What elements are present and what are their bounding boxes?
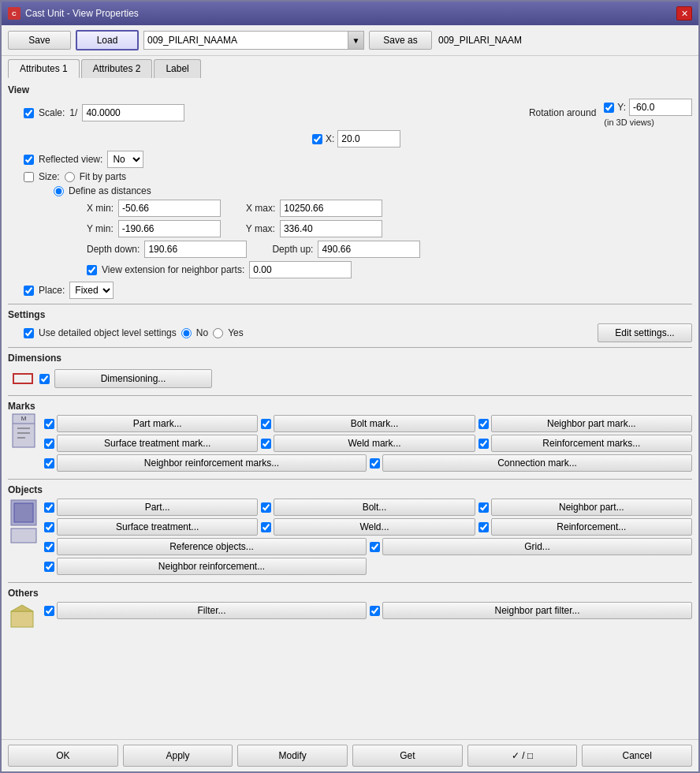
neighbor-part-filter-button[interactable]: Neighbor part filter... [382,602,692,619]
part-mark-button[interactable]: Part mark... [57,415,258,432]
reflected-checkbox[interactable] [24,155,34,165]
marks-content: M Part mark... [8,415,692,474]
weld-obj-button[interactable]: Weld... [274,518,475,536]
neighbor-part-col: Neighbor part... [478,499,692,516]
rotation-x-checkbox[interactable] [312,134,322,144]
neighbor-reinforcement-checkbox[interactable] [44,458,54,469]
reinforcement-marks-button[interactable]: Reinforcement marks... [491,435,692,452]
surface-treatment-obj-checkbox[interactable] [44,522,54,532]
tab-attributes1[interactable]: Attributes 1 [8,59,80,78]
place-select[interactable]: Fixed Free [69,282,114,299]
bottom-bar: OK Apply Modify Get ✓ / □ Cancel [2,739,698,771]
reference-objects-col: Reference objects... [44,538,367,555]
scale-row: Scale: 1/ Rotation around Y: (in 3D view… [24,99,692,127]
neighbor-reinforcement-button[interactable]: Neighbor reinforcement marks... [57,454,367,472]
neighbor-reinforcement-obj-checkbox[interactable] [44,562,54,572]
reference-objects-checkbox[interactable] [44,542,54,552]
bolt-mark-button[interactable]: Bolt mark... [274,415,475,432]
grid-button[interactable]: Grid... [382,538,692,555]
xmax-label: X max: [246,203,275,214]
reinforcement-obj-checkbox[interactable] [478,522,489,532]
part-button[interactable]: Part... [57,499,258,516]
rotation-detail-row: X: [24,130,692,148]
surface-treatment-mark-checkbox[interactable] [44,439,54,449]
place-label: Place: [39,285,65,296]
get-button[interactable]: Get [352,745,463,767]
use-detailed-checkbox[interactable] [24,328,34,338]
window-title: Cast Unit - View Properties [25,8,139,19]
part-mark-checkbox[interactable] [44,419,54,429]
neighbor-part-mark-col: Neighbor part mark... [478,415,692,432]
tab-attributes2[interactable]: Attributes 2 [81,59,153,78]
size-checkbox[interactable] [24,172,34,182]
neighbor-part-filter-checkbox[interactable] [370,606,380,616]
define-distances-radio[interactable] [54,186,64,196]
weld-mark-button[interactable]: Weld mark... [274,435,475,452]
grid-checkbox[interactable] [370,542,380,552]
cancel-button[interactable]: Cancel [582,745,692,767]
bolt-mark-checkbox[interactable] [261,419,271,429]
neighbor-part-checkbox[interactable] [478,502,489,513]
y-input[interactable] [629,99,692,116]
fit-by-parts-radio[interactable] [65,172,75,182]
apply-button[interactable]: Apply [123,745,233,767]
rotation-y-checkbox[interactable] [604,103,614,113]
no-label: No [196,327,208,338]
reference-objects-button[interactable]: Reference objects... [57,538,367,555]
combo-arrow-icon[interactable]: ▼ [348,31,364,50]
place-checkbox[interactable] [24,286,34,296]
depth-down-input[interactable] [144,241,247,258]
dimensioning-checkbox[interactable] [39,374,50,384]
settings-section: Settings Use detailed object level setti… [8,309,692,342]
xmax-input[interactable] [280,200,382,217]
ymin-label: Y min: [87,223,114,234]
no-radio[interactable] [181,328,192,338]
scale-input[interactable] [82,104,184,121]
load-button[interactable]: Load [76,30,139,50]
x-input[interactable] [337,130,400,148]
close-button[interactable]: ✕ [676,6,692,21]
saveas-button[interactable]: Save as [369,31,432,50]
rotation-group: Y: (in 3D views) [604,99,692,127]
filter-button[interactable]: Filter... [57,602,367,619]
ymax-input[interactable] [280,220,382,237]
dimensioning-button[interactable]: Dimensioning... [54,369,212,388]
yes-radio[interactable] [213,328,223,338]
use-detailed-label: Use detailed object level settings [39,327,177,338]
ymin-input[interactable] [118,220,221,237]
others-content: Filter... Neighbor part filter... [8,602,692,633]
bolt-checkbox[interactable] [261,502,271,513]
view-extension-input[interactable] [249,261,352,278]
neighbor-part-mark-button[interactable]: Neighbor part mark... [491,415,692,432]
filter-checkbox[interactable] [44,606,54,616]
ok-button[interactable]: OK [8,745,118,767]
weld-mark-checkbox[interactable] [261,439,271,449]
surface-treatment-obj-button[interactable]: Surface treatment... [57,518,258,536]
depth-up-input[interactable] [318,241,420,258]
size-row: Size: Fit by parts [24,171,692,182]
tab-label[interactable]: Label [154,59,200,78]
neighbor-part-button[interactable]: Neighbor part... [491,499,692,516]
reflected-select[interactable]: No Yes [107,151,143,168]
reinforcement-marks-col: Reinforcement marks... [478,435,692,452]
scale-checkbox[interactable] [24,108,34,118]
profile-input[interactable] [143,31,348,50]
modify-button[interactable]: Modify [237,745,348,767]
connection-mark-button[interactable]: Connection mark... [382,454,692,472]
checkmark-button[interactable]: ✓ / □ [467,745,578,767]
part-col: Part... [44,499,258,516]
view-extension-checkbox[interactable] [87,265,97,275]
xmin-input[interactable] [118,200,221,217]
weld-obj-checkbox[interactable] [261,522,271,532]
objects-label: Objects [8,484,692,495]
connection-mark-checkbox[interactable] [370,458,380,469]
reinforcement-marks-checkbox[interactable] [478,439,489,449]
edit-settings-button[interactable]: Edit settings... [598,323,692,342]
bolt-button[interactable]: Bolt... [274,499,475,516]
surface-treatment-mark-button[interactable]: Surface treatment mark... [57,435,258,452]
reinforcement-obj-button[interactable]: Reinforcement... [491,518,692,536]
neighbor-part-mark-checkbox[interactable] [478,419,489,429]
neighbor-reinforcement-obj-button[interactable]: Neighbor reinforcement... [57,558,367,575]
save-button[interactable]: Save [8,31,71,50]
part-checkbox[interactable] [44,502,54,513]
